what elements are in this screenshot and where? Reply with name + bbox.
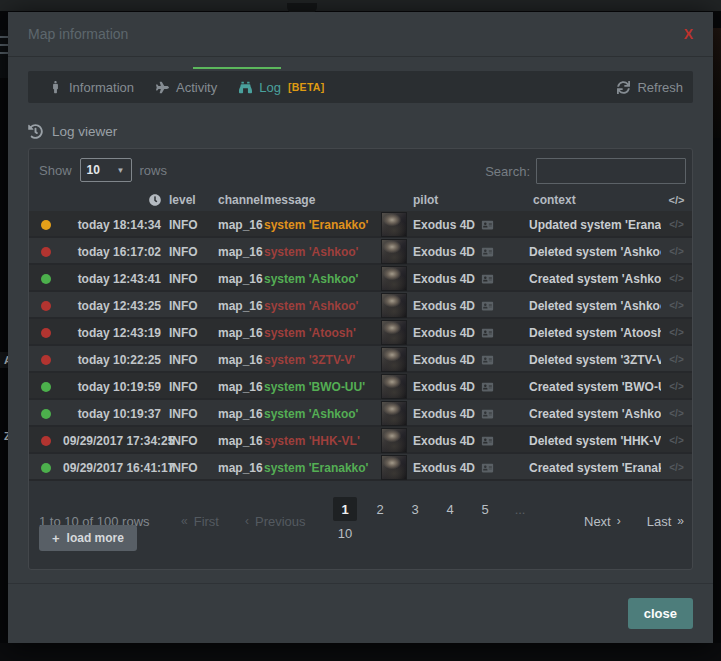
log-context: Updated system 'Eranakk...: [529, 218, 661, 232]
pager-last[interactable]: Last»: [647, 514, 684, 529]
beta-badge: [BETA]: [288, 81, 325, 93]
log-level: INFO: [161, 380, 208, 394]
log-channel: map_16: [208, 326, 256, 340]
table-row[interactable]: today 12:43:25 INFO map_16 system 'Ashko…: [29, 292, 692, 319]
time-column-icon[interactable]: [149, 194, 161, 206]
dialog-footer: close: [8, 583, 713, 643]
log-context: Deleted system 'HHK-VL' ...: [529, 434, 661, 448]
header-channel[interactable]: channel: [208, 193, 256, 207]
pager-page[interactable]: 1: [333, 497, 357, 521]
pager-page[interactable]: 4: [438, 497, 462, 521]
log-message: system '3ZTV-V': [256, 353, 381, 367]
table-row[interactable]: today 12:43:19 INFO map_16 system 'Atoos…: [29, 319, 692, 346]
id-card-icon: [481, 463, 494, 473]
status-dot: [41, 220, 51, 230]
tab-label: Information: [69, 80, 134, 95]
log-context: Created system 'Eranakko...: [529, 461, 661, 475]
table-row[interactable]: 09/29/2017 16:41:17 INFO map_16 system '…: [29, 454, 692, 481]
log-level: INFO: [161, 434, 208, 448]
log-context: Created system 'BWO-UU'...: [529, 380, 661, 394]
close-button[interactable]: close: [628, 598, 693, 629]
log-time: 09/29/2017 17:34:25: [63, 434, 161, 448]
background-bottom: [0, 643, 721, 661]
table-row[interactable]: today 10:19:37 INFO map_16 system 'Ashko…: [29, 400, 692, 427]
log-context: Deleted system 'Ashkoo' ...: [529, 245, 661, 259]
table-row[interactable]: today 10:22:25 INFO map_16 system '3ZTV-…: [29, 346, 692, 373]
log-viewer-title: Log viewer: [52, 124, 117, 139]
binoculars-icon: [239, 81, 252, 94]
header-context[interactable]: context: [529, 193, 661, 207]
log-level: INFO: [161, 299, 208, 313]
pager-pages: 12345...10: [328, 497, 568, 545]
pilot-name: Exodus 4D: [413, 353, 475, 367]
pager: «First ‹Previous 12345...10 Next› Last»: [181, 497, 684, 545]
refresh-label: Refresh: [637, 80, 683, 95]
status-dot: [41, 247, 51, 257]
pilot-name: Exodus 4D: [413, 380, 475, 394]
log-channel: map_16: [208, 434, 256, 448]
map-information-dialog: Map information X Information Activity L…: [8, 12, 713, 643]
refresh-button[interactable]: Refresh: [617, 80, 683, 95]
log-time: 09/29/2017 16:41:17: [63, 461, 161, 475]
id-card-icon: [481, 274, 494, 284]
search-label: Search:: [485, 164, 530, 179]
table-body: today 18:14:34 INFO map_16 system 'Erana…: [29, 211, 692, 481]
log-context: Created system 'Ashkoo' ...: [529, 272, 661, 286]
pilot-name: Exodus 4D: [413, 272, 475, 286]
person-icon: [49, 81, 62, 94]
table-row[interactable]: today 18:14:34 INFO map_16 system 'Erana…: [29, 211, 692, 238]
log-time: today 16:17:02: [63, 245, 161, 259]
pager-page[interactable]: 5: [473, 497, 497, 521]
pilot-name: Exodus 4D: [413, 326, 475, 340]
table-row[interactable]: 09/29/2017 17:34:25 INFO map_16 system '…: [29, 427, 692, 454]
log-context: Created system 'Ashkoo' ...: [529, 407, 661, 421]
code-icon: </>: [661, 462, 692, 473]
header-code-icon[interactable]: </>: [661, 194, 692, 206]
rows-label: rows: [140, 163, 167, 178]
pager-first[interactable]: «First: [181, 514, 219, 529]
close-icon[interactable]: X: [684, 27, 693, 41]
header-message[interactable]: message: [256, 193, 381, 207]
pager-page[interactable]: 2: [368, 497, 392, 521]
pilot-avatar: [381, 320, 407, 345]
log-table-card: Show 10 ▼ rows Search: level channel mes…: [28, 148, 693, 570]
pilot-avatar: [381, 374, 407, 399]
pilot-name: Exodus 4D: [413, 245, 475, 259]
table-row[interactable]: today 12:43:41 INFO map_16 system 'Ashko…: [29, 265, 692, 292]
load-more-button[interactable]: + load more: [39, 525, 137, 551]
id-card-icon: [481, 409, 494, 419]
tab-information[interactable]: Information: [38, 71, 145, 103]
log-viewer-heading: Log viewer: [28, 124, 117, 139]
code-icon: </>: [661, 219, 692, 230]
page-size-select[interactable]: 10 ▼: [80, 158, 132, 182]
tab-log[interactable]: Log [BETA]: [228, 71, 335, 103]
pilot-avatar: [381, 347, 407, 372]
id-card-icon: [481, 301, 494, 311]
header-pilot[interactable]: pilot: [409, 193, 529, 207]
chevron-down-icon: ▼: [117, 166, 125, 175]
log-level: INFO: [161, 245, 208, 259]
pilot-avatar: [381, 455, 407, 480]
refresh-icon: [617, 81, 630, 94]
tab-activity[interactable]: Activity: [145, 71, 228, 103]
pilot-avatar: [381, 401, 407, 426]
pager-next[interactable]: Next›: [584, 514, 621, 529]
header-level[interactable]: level: [161, 193, 208, 207]
pager-page[interactable]: 10: [333, 521, 357, 545]
pilot-avatar: [381, 266, 407, 291]
search-input[interactable]: [536, 158, 686, 184]
history-icon: [28, 124, 43, 139]
tab-bar: Information Activity Log [BETA] Refresh: [28, 71, 693, 103]
pager-previous[interactable]: ‹Previous: [245, 514, 306, 529]
log-level: INFO: [161, 407, 208, 421]
pager-ellipsis: ...: [508, 497, 532, 521]
pilot-avatar: [381, 428, 407, 453]
table-row[interactable]: today 10:19:59 INFO map_16 system 'BWO-U…: [29, 373, 692, 400]
log-channel: map_16: [208, 218, 256, 232]
pager-page[interactable]: 3: [403, 497, 427, 521]
plus-icon: +: [52, 531, 60, 546]
table-row[interactable]: today 16:17:02 INFO map_16 system 'Ashko…: [29, 238, 692, 265]
background-top-bar: [0, 0, 721, 11]
table-controls: Show 10 ▼ rows Search:: [29, 158, 692, 186]
pilot-name: Exodus 4D: [413, 461, 475, 475]
